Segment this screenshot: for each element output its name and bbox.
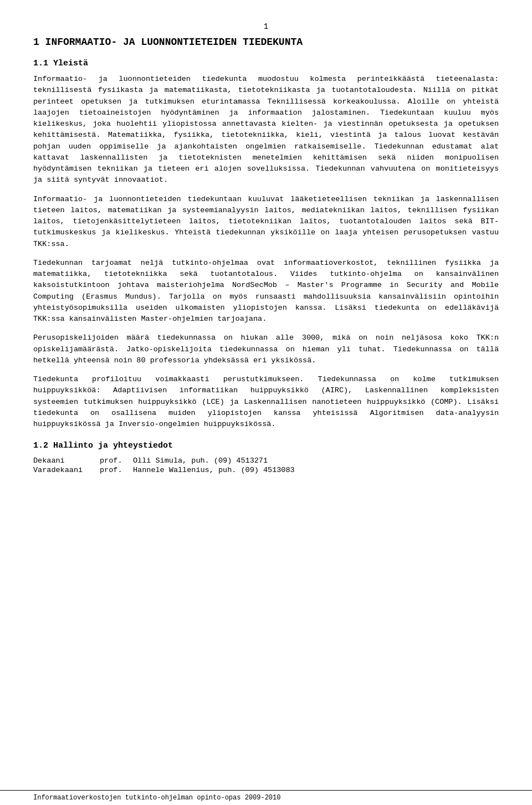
admin-name: Olli Simula, puh. (09) 4513271 (133, 456, 499, 465)
page-number: 1 (33, 22, 499, 31)
section1-title: 1.1 Yleistä (33, 59, 499, 68)
admin-title: prof. (100, 456, 133, 465)
footer: Informaatioverkostojen tutkinto-ohjelman… (0, 790, 532, 805)
admin-name: Hannele Wallenius, puh. (09) 4513083 (133, 465, 499, 475)
paragraph-2: Informaatio- ja luonnontieteiden tiedeku… (33, 194, 499, 250)
admin-table: Dekaaniprof.Olli Simula, puh. (09) 45132… (33, 456, 499, 475)
admin-row: Dekaaniprof.Olli Simula, puh. (09) 45132… (33, 456, 499, 465)
paragraph-5: Tiedekunta profiloituu voimakkaasti peru… (33, 374, 499, 430)
paragraph-3: Tiedekunnan tarjoamat neljä tutkinto-ohj… (33, 258, 499, 325)
admin-row: Varadekaaniprof.Hannele Wallenius, puh. … (33, 465, 499, 475)
paragraph-1: Informaatio- ja luonnontieteiden tiedeku… (33, 74, 499, 186)
admin-title: prof. (100, 465, 133, 475)
paragraph-4: Perusopiskelijoiden määrä tiedekunnassa … (33, 332, 499, 366)
section2-title: 1.2 Hallinto ja yhteystiedot (33, 441, 499, 450)
page-container: 1 1 INFORMAATIO- JA LUONNONTIETEIDEN TIE… (0, 0, 532, 805)
footer-text: Informaatioverkostojen tutkinto-ohjelman… (33, 794, 280, 802)
admin-role: Varadekaani (33, 465, 100, 475)
main-title: 1 INFORMAATIO- JA LUONNONTIETEIDEN TIEDE… (33, 37, 499, 48)
admin-role: Dekaani (33, 456, 100, 465)
